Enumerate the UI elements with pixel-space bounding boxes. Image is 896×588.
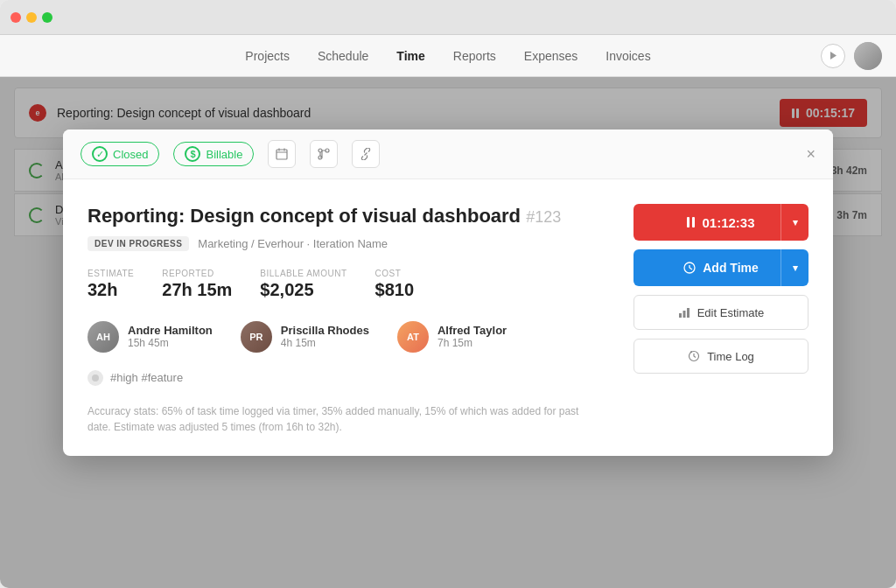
members-row: AH Andre Hamilton 15h 45m PR Priscilla R… [88, 321, 616, 353]
member-priscilla: PR Priscilla Rhodes 4h 15m [241, 321, 369, 353]
user-avatar-nav[interactable] [854, 42, 882, 70]
stat-billable: BILLABLE AMOUNT $2,025 [260, 269, 346, 300]
status-label: Closed [113, 148, 148, 161]
add-time-dropdown-arrow[interactable]: ▾ [780, 249, 808, 286]
titlebar [0, 0, 896, 35]
nav-item-schedule[interactable]: Schedule [318, 46, 368, 66]
minimize-button[interactable] [26, 12, 37, 23]
task-meta: DEV IN PROGRESS Marketing / Everhour · I… [88, 236, 616, 251]
maximize-button[interactable] [42, 12, 52, 23]
clock-icon [683, 262, 696, 274]
time-log-icon [688, 350, 700, 362]
status-closed-pill[interactable]: ✓ Closed [80, 142, 159, 166]
app-window: Projects Schedule Time Reports Expenses … [0, 0, 896, 588]
timer-dropdown-arrow[interactable]: ▾ [780, 204, 808, 241]
task-id: #123 [526, 208, 561, 226]
member-info-andre: Andre Hamilton 15h 45m [128, 324, 213, 349]
member-name-andre: Andre Hamilton [128, 324, 213, 337]
nav-item-time[interactable]: Time [396, 46, 424, 66]
stat-label-cost: COST [375, 269, 415, 278]
nav-item-expenses[interactable]: Expenses [524, 46, 578, 66]
tag-icon [88, 370, 103, 386]
avatar-priscilla: PR [241, 321, 272, 353]
billable-label: Billable [206, 148, 242, 161]
member-time-andre: 15h 45m [128, 337, 213, 349]
top-nav: Projects Schedule Time Reports Expenses … [0, 35, 896, 77]
member-name-alfred: Alfred Taylor [438, 324, 507, 337]
svg-point-6 [326, 149, 329, 152]
svg-line-12 [690, 268, 692, 270]
closed-check-icon: ✓ [92, 146, 108, 162]
nav-item-invoices[interactable]: Invoices [606, 46, 650, 66]
traffic-lights [10, 12, 52, 23]
time-log-button[interactable]: Time Log [634, 339, 808, 374]
stat-value-cost: $810 [375, 280, 415, 300]
modal-sidebar: 01:12:33 ▾ Add Time ▾ [634, 204, 808, 435]
stats-row: ESTIMATE 32h REPORTED 27h 15m BILLABLE A… [88, 269, 616, 300]
stat-estimate: ESTIMATE 32h [88, 269, 134, 300]
close-button[interactable] [10, 12, 21, 23]
stat-cost: COST $810 [375, 269, 415, 300]
tag-svg [91, 374, 100, 382]
member-name-priscilla: Priscilla Rhodes [281, 324, 369, 337]
branch-icon-btn[interactable] [310, 140, 338, 168]
add-time-label: Add Time [703, 261, 759, 275]
nav-item-projects[interactable]: Projects [245, 46, 290, 66]
svg-rect-15 [687, 308, 690, 318]
tags-row: #high #feature [88, 370, 616, 386]
edit-estimate-button[interactable]: Edit Estimate [634, 295, 808, 330]
task-modal: ✓ Closed $ Billable [63, 130, 833, 456]
modal-header: ✓ Closed $ Billable [63, 130, 833, 179]
timer-value: 01:12:33 [702, 215, 754, 230]
stat-reported: REPORTED 27h 15m [162, 269, 232, 300]
stat-label-reported: REPORTED [162, 269, 232, 278]
dev-in-progress-badge: DEV IN PROGRESS [88, 236, 189, 251]
stat-label-billable: BILLABLE AMOUNT [260, 269, 346, 278]
svg-point-5 [318, 149, 322, 152]
billable-pill[interactable]: $ Billable [173, 142, 254, 166]
stat-value-reported: 27h 15m [162, 280, 232, 300]
svg-rect-14 [682, 311, 685, 318]
timer-button[interactable]: 01:12:33 ▾ [634, 204, 808, 241]
member-time-priscilla: 4h 15m [281, 337, 369, 349]
task-path: Marketing / Everhour · Iteration Name [198, 237, 388, 250]
tag-text: #high #feature [110, 371, 183, 384]
avatar-alfred: AT [397, 321, 429, 353]
nav-right [821, 42, 882, 70]
link-icon [360, 148, 372, 160]
play-button[interactable] [821, 44, 845, 68]
play-icon [829, 51, 837, 60]
modal-main-content: Reporting: Design concept of visual dash… [88, 204, 616, 435]
task-title-text: Reporting: Design concept of visual dash… [88, 205, 521, 227]
link-icon-btn[interactable] [352, 140, 380, 168]
calendar-icon-btn[interactable] [268, 140, 296, 168]
pause-bar-2 [692, 217, 695, 228]
pause-icon [687, 217, 695, 228]
add-time-button[interactable]: Add Time ▾ [634, 249, 808, 286]
chart-icon [678, 306, 690, 318]
member-alfred: AT Alfred Taylor 7h 15m [397, 321, 507, 353]
nav-item-reports[interactable]: Reports [453, 46, 496, 66]
modal-body: Reporting: Design concept of visual dash… [63, 179, 833, 456]
pause-bar-1 [687, 217, 690, 228]
time-log-label: Time Log [707, 350, 754, 363]
svg-point-9 [92, 374, 99, 382]
member-info-alfred: Alfred Taylor 7h 15m [438, 324, 507, 349]
calendar-icon [276, 148, 288, 160]
edit-estimate-label: Edit Estimate [697, 306, 765, 319]
svg-rect-13 [679, 313, 682, 318]
svg-rect-1 [276, 150, 287, 159]
member-andre: AH Andre Hamilton 15h 45m [88, 321, 213, 353]
member-info-priscilla: Priscilla Rhodes 4h 15m [281, 324, 369, 349]
branch-icon [318, 148, 330, 160]
accuracy-text: Accuracy stats: 65% of task time logged … [88, 403, 595, 435]
stat-value-billable: $2,025 [260, 280, 346, 300]
avatar-andre: AH [88, 321, 119, 353]
dollar-icon: $ [185, 146, 200, 162]
svg-marker-0 [830, 52, 836, 60]
stat-label-estimate: ESTIMATE [88, 269, 134, 278]
stat-value-estimate: 32h [88, 280, 134, 300]
modal-close-button[interactable]: × [806, 146, 816, 162]
member-time-alfred: 7h 15m [438, 337, 507, 349]
main-area: e Reporting: Design concept of visual da… [0, 77, 896, 588]
